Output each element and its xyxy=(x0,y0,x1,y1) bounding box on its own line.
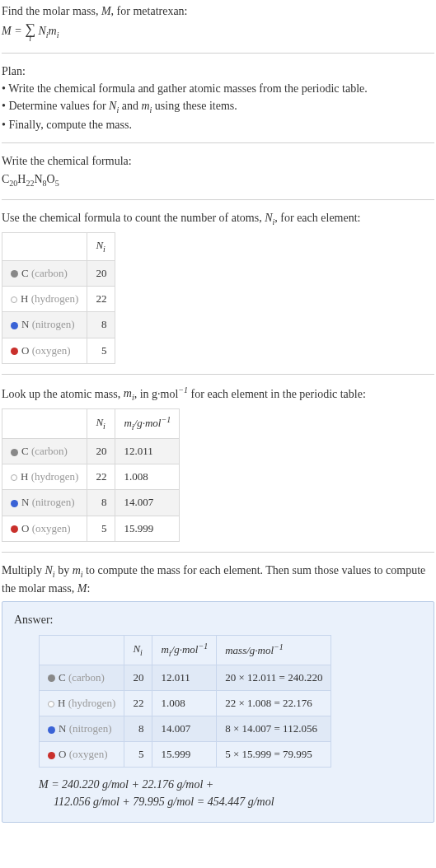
divider xyxy=(2,142,434,143)
divider xyxy=(2,552,434,553)
col-mi: mi/g·mol−1 xyxy=(152,635,217,665)
count-heading: Use the chemical formula to count the nu… xyxy=(2,210,434,228)
element-dot-icon xyxy=(48,674,55,682)
table-row: O (oxygen) 5 15.999 xyxy=(2,516,180,541)
table-row: C (carbon) 20 12.011 20 × 12.011 = 240.2… xyxy=(40,665,331,690)
multiply-heading: Multiply Ni by mi to compute the mass fo… xyxy=(2,562,434,596)
element-dot-icon xyxy=(11,525,18,533)
mass-section: Look up the atomic mass, mi, in g·mol−1 … xyxy=(2,385,434,542)
element-dot-icon xyxy=(11,449,18,456)
table-row: C (carbon) 20 12.011 xyxy=(2,439,180,464)
molar-mass-formula: M = ∑i Nimi xyxy=(2,21,434,43)
table-row: H (hydrogen) 22 xyxy=(2,287,115,312)
chem-heading: Write the chemical formula: xyxy=(2,153,434,170)
answer-block: Answer: Ni mi/g·mol−1 mass/g·mol−1 C (ca… xyxy=(2,601,434,823)
intro-section: Find the molar mass, M, for metatrexan: … xyxy=(2,3,434,43)
count-section: Use the chemical formula to count the nu… xyxy=(2,210,434,364)
intro-line: Find the molar mass, M, for metatrexan: xyxy=(2,3,434,20)
element-dot-icon xyxy=(11,270,18,278)
element-dot-icon xyxy=(11,474,17,481)
plan-item: • Finally, compute the mass. xyxy=(2,117,434,133)
plan-section: Plan: • Write the chemical formula and g… xyxy=(2,63,434,133)
table-row: N (nitrogen) 8 14.007 xyxy=(2,490,180,516)
table-row: C (carbon) 20 xyxy=(2,260,115,286)
element-dot-icon xyxy=(11,296,17,303)
answer-label: Answer: xyxy=(14,612,422,628)
final-calc: M = 240.220 g/mol + 22.176 g/mol + 112.0… xyxy=(39,776,422,810)
chemical-formula: C20H22N8O5 xyxy=(2,171,434,189)
col-ni: Ni xyxy=(87,233,115,261)
col-mass: mass/g·mol−1 xyxy=(217,635,331,665)
element-dot-icon xyxy=(48,726,55,734)
divider xyxy=(2,53,434,54)
element-dot-icon xyxy=(11,348,18,355)
element-dot-icon xyxy=(11,322,18,329)
divider xyxy=(2,199,434,200)
mass-heading: Look up the atomic mass, mi, in g·mol−1 … xyxy=(2,385,434,404)
col-mi: mi/g·mol−1 xyxy=(115,409,180,439)
element-dot-icon xyxy=(48,752,55,759)
col-ni: Ni xyxy=(124,635,152,665)
table-row: H (hydrogen) 22 1.008 22 × 1.008 = 22.17… xyxy=(40,690,331,716)
plan-item: • Determine values for Ni and mi using t… xyxy=(2,98,434,116)
chemical-formula-section: Write the chemical formula: C20H22N8O5 xyxy=(2,153,434,189)
table-row: N (nitrogen) 8 14.007 8 × 14.007 = 112.0… xyxy=(40,716,331,742)
divider xyxy=(2,374,434,375)
count-table: Ni C (carbon) 20 H (hydrogen) 22 N (nitr… xyxy=(2,232,115,363)
col-ni: Ni xyxy=(87,409,115,439)
multiply-section: Multiply Ni by mi to compute the mass fo… xyxy=(2,562,434,824)
table-row: O (oxygen) 5 15.999 5 × 15.999 = 79.995 xyxy=(40,742,331,768)
plan-item: • Write the chemical formula and gather … xyxy=(2,81,434,97)
element-dot-icon xyxy=(11,500,18,507)
answer-table: Ni mi/g·mol−1 mass/g·mol−1 C (carbon) 20… xyxy=(39,635,331,768)
table-row: O (oxygen) 5 xyxy=(2,338,115,363)
table-row: H (hydrogen) 22 1.008 xyxy=(2,464,180,490)
element-dot-icon xyxy=(48,701,54,707)
plan-title: Plan: xyxy=(2,63,434,80)
mass-table: Ni mi/g·mol−1 C (carbon) 20 12.011 H (hy… xyxy=(2,408,180,542)
table-row: N (nitrogen) 8 xyxy=(2,312,115,338)
